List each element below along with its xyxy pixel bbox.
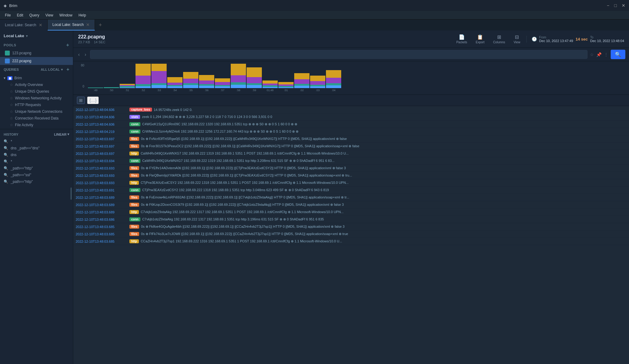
queries-controls[interactable]: All Local ▾ + [41, 67, 69, 72]
history-item-2[interactable]: 🔍 dns [0, 152, 73, 158]
query-windows-networking[interactable]: ☆ Windows Networking Activity [0, 95, 73, 102]
query-unique-dns[interactable]: ☆ Unique DNS Queries [0, 88, 73, 95]
menu-view[interactable]: View [43, 12, 56, 18]
table-row[interactable]: 2022-12-10T13:48:03.685httpCCaZHn4vb2T3j… [73, 238, 629, 245]
table-row[interactable]: 2022-12-10T13:48:03.689files0s ⊗ F6Kzqc2… [73, 201, 629, 209]
table-row[interactable]: 2022-12-10T13:48:04.606statszeek 0 1,294… [73, 113, 629, 121]
pool-222pcapng[interactable]: 222.pcapng [0, 57, 73, 65]
row-badge: http [129, 152, 139, 155]
row-timestamp: 2022-12-10T13:48:04.219 [76, 130, 128, 134]
star-unique-dns[interactable]: ☆ [10, 89, 13, 94]
chart-bar-group-6 [183, 64, 198, 88]
history-item-0[interactable]: 🔍 * [0, 138, 73, 145]
columns-button[interactable]: ⊞ Columns [491, 33, 508, 45]
more-options-icon[interactable]: ⋮ [604, 52, 608, 57]
add-query-button[interactable]: + [67, 67, 69, 72]
query-file-activity[interactable]: ☆ File Activity [0, 122, 73, 128]
chart-bar-group-12 [278, 64, 294, 88]
new-tab-button[interactable]: + [95, 22, 106, 28]
pin-icon[interactable]: 📌 [596, 52, 602, 57]
tab-1[interactable]: Local Lake: Search ✕ [0, 20, 48, 30]
bar-seg-yellow-6 [183, 72, 198, 79]
row-badge: stats [129, 115, 140, 119]
menu-file[interactable]: File [2, 12, 13, 18]
add-pool-button[interactable]: + [66, 42, 69, 48]
star-windows-networking[interactable]: ☆ [10, 96, 13, 100]
star-activity-overview[interactable]: ☆ [10, 83, 13, 87]
maximize-button[interactable]: □ [614, 3, 617, 8]
star-file-activity[interactable]: ☆ [10, 123, 13, 127]
tab-1-close[interactable]: ✕ [39, 23, 42, 27]
tab-2[interactable]: Local Lake: Search ✕ [48, 20, 95, 30]
search-execute-button[interactable]: 🔍 [611, 50, 625, 59]
table-row[interactable]: 2022-12-10T13:48:03.693files0s ⊗ FYEfhr1… [73, 165, 629, 172]
table-row[interactable]: 2022-12-10T13:48:03.689httpC7vkjb1otzZ9x… [73, 209, 629, 216]
menu-query[interactable]: Query [27, 12, 42, 18]
star-unique-network[interactable]: ☆ [10, 109, 13, 114]
table-row[interactable]: 2022-12-10T13:48:03.685files0s ⊗ FkIfoe4… [73, 223, 629, 230]
table-row[interactable]: 2022-12-10T13:48:03.697files0s ⊗ FvNcr83… [73, 135, 629, 143]
history-item-6[interactable]: 🔍 _path=="http" [0, 178, 73, 185]
row-fields: CaWHRv349Q1KeWNXG7 192.168.69.222 1319 1… [141, 152, 349, 155]
query-connection-received[interactable]: ☆ Connection Received Data [0, 115, 73, 122]
history-item-3[interactable]: 🔍 * [0, 158, 73, 165]
packets-icon: 📄 [459, 34, 465, 40]
json-view-button[interactable]: {…} [87, 97, 99, 104]
table-row[interactable]: 2022-12-10T13:48:03.697files0s ⊗ Frer301… [73, 143, 629, 150]
close-button[interactable]: ✕ [622, 3, 625, 8]
star-http-requests[interactable]: ☆ [10, 103, 13, 107]
table-row[interactable]: 2022-12-10T13:48:03.693httpCTjPrw3EAXzEv… [73, 179, 629, 187]
table-row[interactable]: 2022-12-10T13:48:03.685files0s ⊗ FfFk74o… [73, 230, 629, 238]
tab-2-close[interactable]: ✕ [86, 22, 90, 27]
table-row[interactable]: 2022-12-10T13:48:03.694connCaWHRv349Q1Ke… [73, 157, 629, 165]
nav-forward-button[interactable]: › [83, 51, 87, 58]
table-row[interactable]: 2022-12-10T13:48:04.606connC4WGeK1SyQ1UR… [73, 121, 629, 128]
history-item-5[interactable]: 🔍 _path=="ssl" [0, 172, 73, 178]
data-table[interactable]: 2022-12-10T13:48:04.606capture_loss14.95… [73, 106, 629, 364]
time-to-block[interactable]: To Dec 10, 2022 13:48:04 [590, 36, 624, 43]
history-query-3: * [11, 159, 12, 164]
bar-seg-yellow-8 [215, 78, 230, 82]
view-button[interactable]: ⊟ View [511, 33, 523, 45]
table-row[interactable]: 2022-12-10T13:48:04.219connCrWMes1L5zm4y… [73, 128, 629, 135]
table-row[interactable]: 2022-12-10T13:48:03.693files0s ⊗ FteQBwm… [73, 172, 629, 179]
query-http-requests[interactable]: ☆ HTTP Requests [0, 102, 73, 108]
menu-window[interactable]: Window [57, 12, 75, 18]
menu-edit[interactable]: Edit [14, 12, 26, 18]
search-input[interactable] [90, 50, 587, 59]
x-label-6: :55 [183, 88, 198, 92]
local-lake-chevron: ▾ [26, 34, 28, 38]
pool-123pcapng[interactable]: 123.pcapng [0, 49, 73, 57]
tab-1-label: Local Lake: Search [5, 23, 36, 27]
menu-help[interactable]: Help [76, 12, 89, 18]
grid-view-button[interactable]: ⊞ [77, 97, 85, 104]
minimize-button[interactable]: − [607, 3, 609, 8]
brim-group-header[interactable]: ▾ ▦ Brim [0, 75, 73, 81]
file-duration: 14 SEC [94, 40, 105, 44]
export-button[interactable]: 📋 Export [473, 33, 487, 45]
time-from-block[interactable]: From Dec 10, 2022 13:47:49 [539, 36, 573, 43]
history-item-4[interactable]: 🔍 _path=="http" [0, 165, 73, 172]
file-info: 222.pcapng 23.7 KB 14 SEC [78, 34, 105, 44]
row-timestamp: 2022-12-10T13:48:03.693 [76, 181, 128, 185]
table-row[interactable]: 2022-12-10T13:48:03.691connCTjPrw3EAXzEv… [73, 187, 629, 194]
history-item-1[interactable]: 🔍 dns _path=="dns" [0, 145, 73, 152]
chart-bar-group-4 [151, 64, 167, 88]
table-row[interactable]: 2022-12-10T13:48:03.697httpCaWHRv349Q1Ke… [73, 150, 629, 157]
query-unique-network[interactable]: ☆ Unique Network Connections [0, 108, 73, 115]
chart-bar-group-13 [294, 64, 309, 88]
sidebar-scrollbar[interactable] [70, 187, 72, 200]
window-controls[interactable]: − □ ✕ [607, 3, 625, 8]
query-activity-overview[interactable]: ☆ Activity Overview [0, 81, 73, 88]
bar-seg-purple-7 [199, 80, 214, 84]
nav-back-button[interactable]: ‹ [77, 51, 81, 58]
history-query-5: _path=="ssl" [11, 173, 31, 177]
table-row[interactable]: 2022-12-10T13:48:03.686connC7vkjb1otzZ9x… [73, 216, 629, 223]
star-connection-received[interactable]: ☆ [10, 116, 13, 120]
local-lake-header[interactable]: Local Lake ▾ [0, 30, 73, 40]
table-row[interactable]: 2022-12-10T13:48:03.689files0s ⊗ FxEmow4… [73, 194, 629, 201]
packets-button[interactable]: 📄 Packets [454, 33, 470, 45]
table-row[interactable]: 2022-12-10T13:48:04.606capture_loss14.95… [73, 106, 629, 113]
history-mode-selector[interactable]: Linear ▾ [54, 132, 69, 136]
bookmark-icon[interactable]: ☆ [590, 52, 594, 57]
